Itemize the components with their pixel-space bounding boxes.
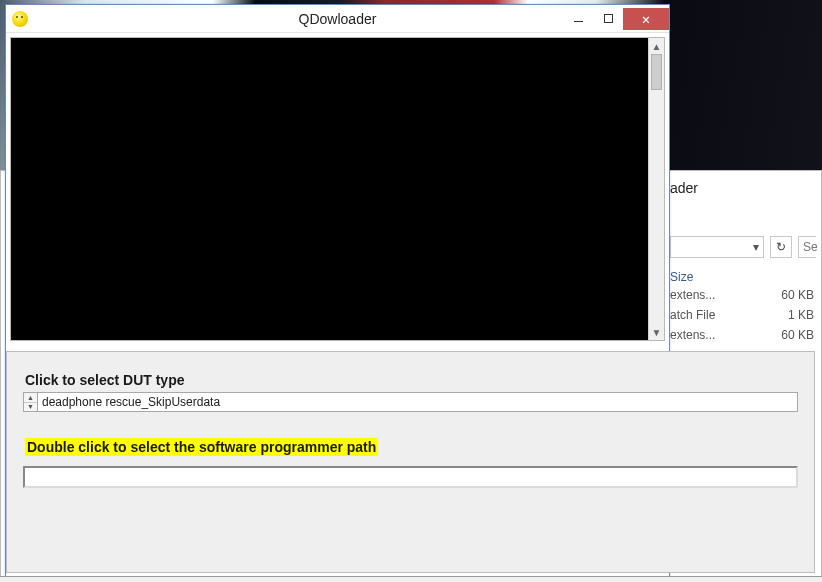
file-type-cell: atch File (670, 308, 750, 322)
refresh-button[interactable]: ↻ (770, 236, 792, 258)
scroll-up-button[interactable]: ▲ (649, 38, 664, 54)
explorer-column-header[interactable]: Size (670, 270, 693, 284)
programmer-path-input[interactable] (23, 466, 798, 488)
dut-type-input[interactable] (37, 392, 798, 412)
table-row[interactable]: atch File 1 KB (670, 305, 814, 325)
spin-up-button[interactable]: ▲ (24, 393, 37, 403)
maximize-icon (604, 14, 613, 23)
background-explorer-title: ader (670, 180, 698, 196)
maximize-button[interactable] (593, 8, 623, 30)
close-icon: ✕ (642, 12, 650, 26)
lower-panel: Click to select DUT type ▲ ▼ Double clic… (6, 351, 815, 573)
table-row[interactable]: extens... 60 KB (670, 285, 814, 305)
window-controls: ✕ (563, 8, 669, 30)
qdownloader-window: QDowloader ✕ ▲ ▼ Click to select DUT typ… (5, 4, 670, 580)
titlebar[interactable]: QDowloader ✕ (6, 5, 669, 33)
file-size-cell: 1 KB (764, 308, 814, 322)
smiley-icon (12, 11, 28, 27)
file-size-cell: 60 KB (764, 328, 814, 342)
file-type-cell: extens... (670, 288, 750, 302)
address-combo[interactable]: ▾ (670, 236, 764, 258)
taskbar[interactable] (0, 576, 822, 582)
highlighted-text: Double click to select the software prog… (25, 438, 378, 456)
vertical-scrollbar[interactable]: ▲ ▼ (648, 38, 664, 340)
background-explorer-toolbar: ▾ ↻ Se (670, 236, 816, 258)
dut-type-selector-row: ▲ ▼ (23, 392, 798, 412)
scrollbar-track[interactable] (649, 54, 664, 324)
explorer-search-input[interactable]: Se (798, 236, 816, 258)
file-size-cell: 60 KB (764, 288, 814, 302)
log-output[interactable] (11, 38, 648, 340)
spin-buttons: ▲ ▼ (23, 392, 37, 412)
file-type-cell: extens... (670, 328, 750, 342)
spin-down-button[interactable]: ▼ (24, 403, 37, 412)
console-area: ▲ ▼ (10, 37, 665, 341)
scroll-down-button[interactable]: ▼ (649, 324, 664, 340)
dut-type-label: Click to select DUT type (25, 372, 798, 388)
close-button[interactable]: ✕ (623, 8, 669, 30)
table-row[interactable]: extens... 60 KB (670, 325, 814, 345)
scrollbar-thumb[interactable] (651, 54, 662, 90)
explorer-rows: extens... 60 KB atch File 1 KB extens...… (670, 285, 814, 345)
size-column-header[interactable]: Size (670, 270, 693, 284)
minimize-button[interactable] (563, 8, 593, 30)
minimize-icon (574, 21, 583, 22)
programmer-path-label: Double click to select the software prog… (25, 438, 798, 456)
